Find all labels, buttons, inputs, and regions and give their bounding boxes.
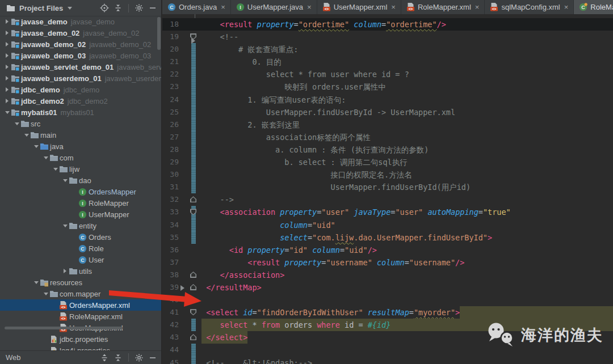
code-line-31[interactable]: 31 UserMapper.findUserById(用户id) (162, 181, 613, 193)
collapse-all-icon[interactable] (113, 3, 123, 13)
code-text[interactable]: UserMapper.findUserById(用户id) (201, 181, 471, 193)
code-line-21[interactable]: 21 0. 目的 (162, 56, 613, 68)
tree-item-main[interactable]: main (0, 129, 161, 141)
close-tab-icon[interactable]: × (391, 3, 396, 11)
code-line-29[interactable]: 29 b. select : 调用第二句sql执行 (162, 156, 613, 168)
tree-item-javaweb-servlet-demo-01[interactable]: javaweb_servlet_demo_01javaweb_servlet (0, 61, 161, 73)
tree-item-utils[interactable]: utils (0, 265, 161, 277)
hide-panel-icon[interactable] (148, 353, 158, 363)
code-text[interactable]: select="com.lijw.dao.UserMapper.findUser… (201, 231, 492, 244)
tree-item-javaweb-demo-02[interactable]: javaweb_demo_02javaweb_demo_02 (0, 39, 161, 50)
code-line-20[interactable]: 20 # 嵌套查询重点: (162, 43, 613, 56)
editor-tab-orders-java[interactable]: COrders.java× (162, 0, 231, 14)
settings-icon[interactable] (134, 3, 144, 13)
tree-collapsed-icon[interactable] (3, 99, 11, 103)
expand-all-icon[interactable] (99, 353, 110, 363)
code-text[interactable]: 1. 编写查询user表的语句: (201, 94, 346, 106)
code-text[interactable]: --> (201, 193, 234, 206)
code-line-36[interactable]: 36 <id property="id" column="uid"/> (162, 244, 613, 256)
hide-panel-icon[interactable] (148, 3, 158, 13)
code-text[interactable]: </association> (201, 269, 284, 281)
tree-item-orders[interactable]: COrders (0, 231, 161, 243)
code-line-40[interactable]: 40 (162, 294, 613, 306)
chevron-down-icon[interactable] (68, 7, 72, 10)
tree-expanded-icon[interactable] (42, 156, 49, 159)
tree-item-jdbc-properties[interactable]: jdbc.properties (0, 333, 161, 345)
tree-expanded-icon[interactable] (32, 281, 40, 284)
code-text[interactable]: </resultMap> (201, 281, 262, 294)
tree-collapsed-icon[interactable] (3, 42, 11, 46)
tree-item-jdbc-demo2[interactable]: jdbc_demo2jdbc_demo2 (0, 95, 161, 107)
editor-tab-sqlmapconfig-xml[interactable]: <>sqlMapConfig.xml× (485, 0, 574, 14)
code-line-32[interactable]: 32 --> (162, 193, 613, 206)
tree-expanded-icon[interactable] (32, 145, 40, 148)
code-text[interactable]: 映射到 orders.user属性中 (201, 81, 386, 93)
tree-item-mybatis01[interactable]: mybatis01mybatis01 (0, 107, 161, 118)
code-line-28[interactable]: 28 a. column : 条件 (执行查询方法的参数) (162, 143, 613, 156)
tree-expanded-icon[interactable] (42, 293, 49, 295)
tree-item-javaweb-userdemo-01[interactable]: javaweb_userdemo_01javaweb_userdemo (0, 73, 161, 84)
code-text[interactable]: <result property="ordertime" column="ord… (201, 18, 446, 31)
tree-item-resources[interactable]: resources (0, 277, 161, 288)
tree-item-lijw[interactable]: lijw (0, 163, 161, 175)
tree-item-ordersmapper-xml[interactable]: <>OrdersMapper.xml (0, 299, 161, 311)
fold-marker-icon[interactable] (190, 196, 196, 202)
project-view-title[interactable]: Project Files (19, 4, 63, 12)
tree-item-jdbc-demo[interactable]: jdbc_demojdbc_demo (0, 84, 161, 95)
fold-marker-icon[interactable] (190, 309, 196, 315)
tree-expanded-icon[interactable] (61, 179, 69, 182)
tree-vertical-scrollbar[interactable] (157, 17, 161, 50)
code-line-35[interactable]: 35 select="com.lijw.dao.UserMapper.findU… (162, 231, 613, 244)
code-text[interactable]: <id property="id" column="uid"/> (201, 244, 377, 256)
code-text[interactable]: association标签的两个属性 (201, 131, 371, 143)
fold-marker-icon[interactable] (190, 272, 196, 278)
locate-icon[interactable] (99, 3, 110, 13)
code-line-39[interactable]: 39 </resultMap> (162, 281, 613, 294)
code-editor[interactable]: 18 <result property="ordertime" column="… (162, 14, 613, 364)
close-tab-icon[interactable]: × (564, 3, 569, 11)
tree-expanded-icon[interactable] (61, 225, 69, 227)
code-text[interactable]: 接口的权限定名.方法名 (201, 168, 412, 181)
code-text[interactable]: <!-- (201, 31, 238, 43)
tree-item-java[interactable]: java (0, 141, 161, 152)
tree-item-usermapper[interactable]: IUserMapper (0, 209, 161, 220)
tree-item-javaweb-demo-03[interactable]: javaweb_demo_03javaweb_demo_03 (0, 50, 161, 61)
tree-item-src[interactable]: src (0, 118, 161, 129)
tree-collapsed-icon[interactable] (3, 53, 11, 58)
code-line-18[interactable]: 18 <result property="ordertime" column="… (162, 18, 613, 31)
editor-tab-rolemappertest-jav[interactable]: CRoleMapperTest.jav (574, 0, 613, 14)
code-text[interactable]: select * from user where id = ? (201, 68, 409, 81)
tree-collapsed-icon[interactable] (3, 76, 11, 81)
tree-collapsed-icon[interactable] (3, 31, 11, 35)
tree-item-com-mapper[interactable]: com.mapper (0, 288, 161, 299)
code-text[interactable]: UserMapper.findUserById -> UserMapper.xm… (201, 106, 455, 118)
code-text[interactable]: select * from orders where id = #{id} (201, 319, 391, 331)
tree-item-rolemapper-xml[interactable]: <>RoleMapper.xml (0, 311, 161, 322)
tree-item-entity[interactable]: entity (0, 220, 161, 231)
tree-item-role[interactable]: CRole (0, 243, 161, 254)
close-tab-icon[interactable]: × (475, 3, 480, 11)
tree-item-javase-demo-02[interactable]: javase_demo_02javase_demo_02 (0, 27, 161, 39)
code-line-41[interactable]: 41 <select id="findOrderByIdWithUser" re… (162, 306, 613, 319)
settings-icon[interactable] (134, 353, 144, 363)
code-line-25[interactable]: 25 UserMapper.findUserById -> UserMapper… (162, 106, 613, 118)
tree-item-log4j-properties[interactable]: log4j.properties (0, 345, 161, 350)
tree-expanded-icon[interactable] (23, 134, 30, 137)
code-line-24[interactable]: 24 1. 编写查询user表的语句: (162, 94, 613, 106)
editor-tab-usermapper-xml[interactable]: <>UserMapper.xml× (317, 0, 401, 14)
code-line-23[interactable]: 23 映射到 orders.user属性中 (162, 81, 613, 93)
code-text[interactable]: 2. 嵌套到这里 (201, 118, 300, 131)
code-line-37[interactable]: 37 <result property="username" column="u… (162, 256, 613, 269)
tree-collapsed-icon[interactable] (3, 65, 11, 69)
fold-marker-icon[interactable] (190, 334, 196, 340)
code-text[interactable]: column="uid" (201, 219, 335, 231)
tree-item-rolemapper[interactable]: IRoleMapper (0, 197, 161, 209)
tree-collapsed-icon[interactable] (3, 87, 11, 92)
code-line-34[interactable]: 34 column="uid" (162, 219, 613, 231)
code-line-27[interactable]: 27 association标签的两个属性 (162, 131, 613, 143)
editor-tab-usermapper-java[interactable]: IUserMapper.java× (231, 0, 317, 14)
code-text[interactable]: # 嵌套查询重点: (201, 43, 298, 56)
collapse-all-icon[interactable] (113, 353, 123, 363)
code-line-33[interactable]: 33 <association property="user" javaType… (162, 206, 613, 218)
code-text[interactable]: <result property="username" column="user… (201, 256, 464, 269)
